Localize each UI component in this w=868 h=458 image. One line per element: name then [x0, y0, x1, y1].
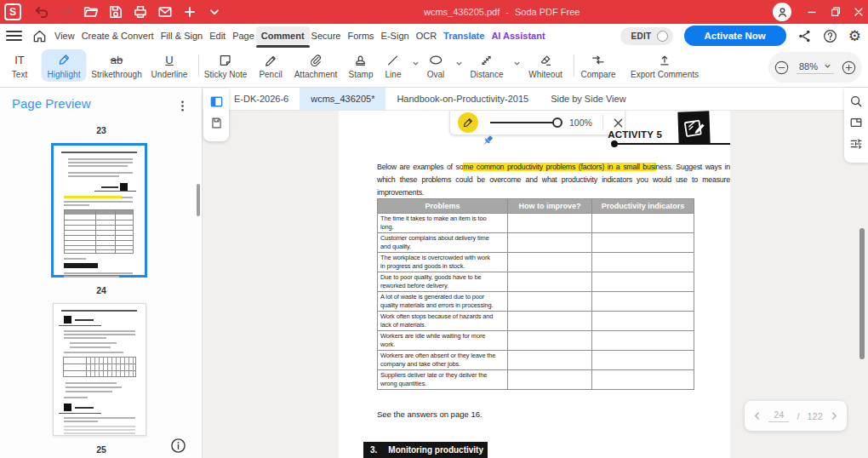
tab-wcms-436205[interactable]: wcms_436205* [300, 88, 385, 110]
tool-distance[interactable]: Distance [465, 49, 510, 82]
account-avatar[interactable] [773, 3, 791, 21]
tool-highlight[interactable]: Highlight [42, 49, 87, 82]
line-chevron-icon[interactable] [412, 60, 420, 67]
activity-underline [614, 143, 730, 145]
email-icon[interactable] [157, 4, 173, 20]
zoom-in-icon[interactable] [842, 60, 856, 75]
tool-oval[interactable]: Oval [421, 49, 451, 82]
minimize-button[interactable] [801, 0, 823, 24]
pdf-table-body: The time it takes to make an item is too… [378, 214, 694, 390]
tool-strikethrough[interactable]: ab Strikethrough [85, 49, 147, 82]
pushpin-icon[interactable] [479, 134, 496, 151]
tool-sticky-note[interactable]: Sticky Note [198, 49, 254, 82]
soda-logo[interactable]: S [4, 3, 21, 20]
page-preview-menu-icon[interactable] [175, 99, 189, 112]
menu-translate[interactable]: Translate [440, 24, 488, 48]
settings-gear-icon[interactable]: ⚙ [848, 29, 861, 43]
how-to-improve-cell [508, 272, 592, 292]
table-row: The time it takes to make an item is too… [378, 214, 694, 233]
bookmark-save-icon[interactable] [210, 117, 223, 129]
save-icon[interactable] [108, 4, 123, 20]
page-preview-panel: Page Preview 23 [0, 88, 203, 458]
menu-comment[interactable]: Comment [258, 24, 308, 48]
table-row: The workplace is overcrowded with workin… [378, 253, 694, 272]
opacity-slider[interactable] [490, 122, 558, 123]
opacity-slider-knob[interactable] [552, 117, 562, 128]
menu-forms[interactable]: Forms [344, 24, 377, 48]
page-thumbnail-24[interactable] [53, 303, 146, 436]
page-layout-icon[interactable] [849, 116, 863, 129]
edit-toggle-knob[interactable] [657, 31, 668, 42]
tab-e-dk-2026-6[interactable]: E-DK-2026-6 [223, 88, 300, 110]
how-to-improve-cell [508, 214, 592, 233]
line-icon [386, 52, 400, 68]
home-icon[interactable] [32, 29, 47, 43]
productivity-indicator-cell [592, 331, 694, 351]
menu-fill-sign[interactable]: Fill & Sign [157, 24, 207, 48]
page-separator: / [797, 411, 799, 421]
tool-line[interactable]: Line [380, 49, 408, 82]
menu-ai-assistant[interactable]: AI Assistant [488, 24, 548, 48]
close-button[interactable] [848, 0, 868, 24]
zoom-controls: 88% [768, 52, 862, 83]
menu-esign[interactable]: E-Sign [378, 24, 413, 48]
menu-secure[interactable]: Secure [308, 24, 345, 48]
view-settings-sliders-icon[interactable] [849, 137, 863, 151]
hamburger-menu-icon[interactable] [6, 31, 22, 41]
help-icon[interactable] [823, 29, 837, 43]
page-thumbnail-23[interactable] [51, 143, 147, 278]
edit-toggle[interactable]: EDIT [620, 27, 673, 45]
highlighter-color-icon[interactable] [458, 112, 478, 133]
tool-pencil[interactable]: Pencil [253, 49, 288, 82]
oval-chevron-icon[interactable] [455, 60, 463, 67]
zoom-out-icon[interactable] [774, 60, 789, 75]
tool-attachment[interactable]: Attachment [288, 49, 344, 82]
redo-icon[interactable] [59, 4, 74, 20]
tool-export-comments[interactable]: Export Comments [625, 49, 705, 82]
menu-create-convert[interactable]: Create & Convert [78, 24, 157, 48]
prev-page-icon[interactable] [753, 411, 761, 421]
productivity-indicator-cell [592, 370, 694, 390]
info-icon[interactable] [170, 438, 186, 454]
tab-side-by-side-view[interactable]: Side by Side View [540, 88, 637, 110]
tool-whiteout[interactable]: Whiteout [523, 49, 568, 82]
opacity-value: 100% [569, 117, 592, 128]
close-highlight-toolbar-icon[interactable] [613, 117, 624, 129]
problem-cell: Due to poor quality, goods have to berew… [378, 272, 508, 292]
side-panel-toggle-icon[interactable] [209, 94, 224, 109]
tool-stamp[interactable]: Stamp [343, 49, 380, 82]
zoom-level[interactable]: 88% [799, 61, 818, 72]
highlighted-text: me common productivity problems (factors… [463, 163, 655, 171]
menu-edit[interactable]: Edit [206, 24, 229, 48]
restore-button[interactable] [825, 0, 847, 24]
titlebar-chevron-down-icon[interactable] [207, 4, 222, 20]
search-icon[interactable] [849, 94, 863, 108]
productivity-problems-table: Problems How to improve? Productivity in… [377, 198, 694, 390]
current-page-input[interactable]: 24 [768, 409, 789, 422]
tool-compare[interactable]: Compare [574, 49, 621, 82]
tab-handbook-on-productivity[interactable]: Handbook-on-Productivity-2015 [385, 88, 540, 110]
menu-ocr[interactable]: OCR [413, 24, 440, 48]
productivity-indicator-cell [592, 351, 694, 370]
page-navigation: 24 / 122 [745, 401, 847, 431]
tool-underline[interactable]: U Underline [146, 49, 194, 82]
document-scrollbar[interactable] [859, 228, 865, 359]
menu-page[interactable]: Page [229, 24, 258, 48]
sidebar-scrollbar[interactable] [197, 184, 200, 216]
problem-cell: The workplace is overcrowded with workin… [378, 253, 508, 272]
print-icon[interactable] [133, 4, 148, 20]
undo-icon[interactable] [34, 4, 49, 20]
add-icon[interactable] [182, 4, 197, 20]
activity-paragraph: Below are examples of some common produc… [377, 161, 730, 199]
share-icon[interactable] [797, 29, 812, 43]
next-page-icon[interactable] [831, 411, 838, 421]
tool-text[interactable]: IT Text [6, 49, 33, 82]
paperclip-icon [309, 52, 323, 68]
activate-now-button[interactable]: Activate Now [684, 26, 786, 46]
menu-view[interactable]: View [51, 24, 78, 48]
productivity-indicator-cell [592, 253, 694, 272]
open-file-icon[interactable] [83, 4, 99, 20]
problem-cell: Work often stops because of hazards andl… [378, 312, 508, 331]
distance-chevron-icon[interactable] [513, 60, 521, 67]
problem-cell: Customer complains about delivery timean… [378, 233, 508, 253]
